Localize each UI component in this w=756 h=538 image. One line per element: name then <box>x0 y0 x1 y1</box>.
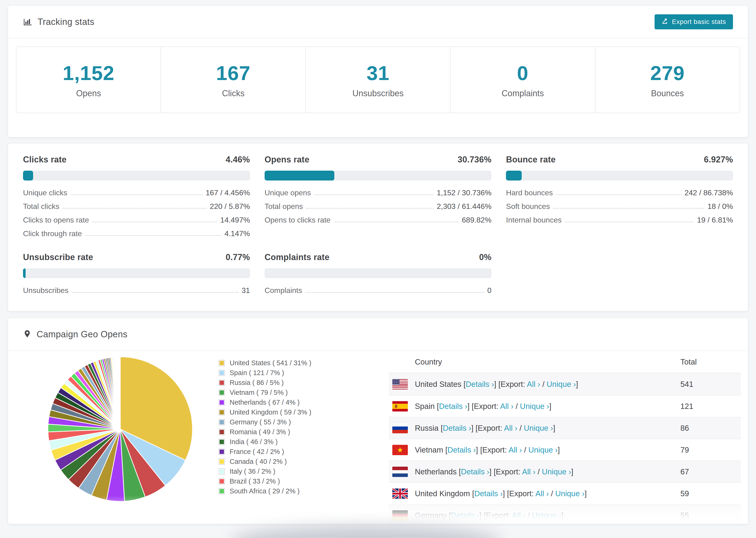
rate-row-total-opens: Total opens2,303 / 61.446% <box>265 202 492 211</box>
country-total: 86 <box>680 424 741 433</box>
export-unique-link[interactable]: Unique › <box>520 402 549 410</box>
legend-swatch <box>219 360 225 366</box>
tracking-stats-card: Tracking stats Export basic stats 1,152O… <box>8 5 748 137</box>
country-name: United Kingdom <box>415 489 470 498</box>
legend-label: India ( 46 / 3% ) <box>230 438 278 446</box>
details-link[interactable]: Details › <box>451 511 479 520</box>
table-body: United States [Details ›] [Export: All ›… <box>389 373 741 524</box>
progress-bar-clicks-rate <box>23 171 250 181</box>
geo-opens-pie-chart <box>47 356 193 502</box>
rate-row-opens-to-clicks-rate: Opens to clicks rate689.82% <box>265 216 492 224</box>
legend-item-spain[interactable]: Spain ( 121 / 7% ) <box>219 368 311 378</box>
country-total: 55 <box>680 511 741 520</box>
export-all-link[interactable]: All › <box>512 511 526 520</box>
legend-item-india[interactable]: India ( 46 / 3% ) <box>219 437 311 447</box>
rate-row-internal-bounces: Internal bounces19 / 6.81% <box>506 216 733 224</box>
stat-label: Unsubscribes <box>352 88 404 98</box>
details-link[interactable]: Details › <box>465 380 494 389</box>
legend-label: Canada ( 40 / 2% ) <box>230 458 287 465</box>
dotted-leader <box>565 222 694 222</box>
legend-item-united-states[interactable]: United States ( 541 / 31% ) <box>219 358 311 368</box>
legend-item-romania[interactable]: Romania ( 49 / 3% ) <box>219 427 311 437</box>
dotted-leader <box>92 222 217 222</box>
export-unique-link[interactable]: Unique › <box>532 511 561 520</box>
rate-row-soft-bounces: Soft bounces18 / 0% <box>506 202 733 211</box>
stat-box-complaints: 0Complaints <box>451 47 595 113</box>
dotted-leader <box>314 194 433 195</box>
legend-item-netherlands[interactable]: Netherlands ( 67 / 4% ) <box>219 398 311 407</box>
page-title: Tracking stats <box>37 17 94 27</box>
flag-es <box>392 401 408 411</box>
dotted-leader <box>72 292 238 293</box>
stat-value: 279 <box>650 62 685 85</box>
stat-box-opens: 1,152Opens <box>17 47 161 113</box>
export-unique-link[interactable]: Unique › <box>547 380 576 389</box>
details-link[interactable]: Details › <box>474 489 503 498</box>
flag-ru <box>392 423 408 433</box>
legend-label: Brazil ( 33 / 2% ) <box>230 477 280 485</box>
export-all-link[interactable]: All › <box>527 380 540 389</box>
details-link[interactable]: Details › <box>461 467 489 476</box>
rate-row-hard-bounces: Hard bounces242 / 86.738% <box>506 188 733 197</box>
legend-item-vietnam[interactable]: Vietnam ( 79 / 5% ) <box>219 388 311 398</box>
country-name: Spain <box>415 402 435 410</box>
rate-row-total-clicks: Total clicks220 / 5.87% <box>23 202 250 211</box>
summary-stats: 1,152Opens167Clicks31Unsubscribes0Compla… <box>16 46 740 113</box>
dotted-leader <box>85 235 221 236</box>
dotted-leader <box>305 292 484 293</box>
legend-item-canada[interactable]: Canada ( 40 / 2% ) <box>219 457 311 466</box>
export-all-link[interactable]: All › <box>504 424 517 432</box>
legend-label: Russia ( 86 / 5% ) <box>230 379 284 387</box>
legend-label: Italy ( 36 / 2% ) <box>230 467 275 475</box>
country-name: Vietnam <box>415 446 443 454</box>
geo-row-vietnam: Vietnam [Details ›] [Export: All › / Uni… <box>389 439 741 460</box>
legend-swatch <box>219 380 225 386</box>
export-all-link[interactable]: All › <box>509 446 522 454</box>
legend-label: France ( 42 / 2% ) <box>230 448 284 456</box>
export-all-link[interactable]: All › <box>522 467 536 476</box>
rate-title: Unsubscribe rate <box>23 252 93 262</box>
country-name: United States <box>415 380 461 389</box>
export-all-link[interactable]: All › <box>536 489 549 498</box>
legend-swatch <box>219 399 225 405</box>
progress-bar-fill <box>23 171 33 181</box>
legend-item-south-africa[interactable]: South Africa ( 29 / 2% ) <box>219 486 311 496</box>
legend-swatch <box>219 419 225 425</box>
flag-gb <box>392 488 408 499</box>
details-link[interactable]: Details › <box>439 402 467 410</box>
rate-value: 6.927% <box>704 155 733 165</box>
export-all-link[interactable]: All › <box>500 402 513 410</box>
pie-slice-other-48[interactable] <box>120 357 120 429</box>
export-unique-link[interactable]: Unique › <box>555 489 585 498</box>
geo-row-germany: Germany [Details ›] [Export: All › / Uni… <box>389 504 741 524</box>
legend-swatch <box>219 409 225 415</box>
export-icon <box>662 18 669 26</box>
legend-item-italy[interactable]: Italy ( 36 / 2% ) <box>219 466 311 476</box>
dotted-leader <box>63 208 207 209</box>
legend-label: Romania ( 49 / 3% ) <box>230 428 290 436</box>
dotted-leader <box>556 194 681 195</box>
legend-swatch <box>219 389 225 396</box>
country-total: 541 <box>680 380 741 389</box>
legend-item-united-kingdom[interactable]: United Kingdom ( 59 / 3% ) <box>219 407 311 417</box>
export-unique-link[interactable]: Unique › <box>528 446 558 454</box>
country-total: 67 <box>680 467 741 476</box>
export-unique-link[interactable]: Unique › <box>542 467 571 476</box>
stat-value: 31 <box>366 62 390 85</box>
legend-swatch <box>219 439 225 445</box>
legend-item-germany[interactable]: Germany ( 55 / 3% ) <box>219 417 311 427</box>
progress-bar-fill <box>23 268 26 278</box>
details-link[interactable]: Details › <box>443 424 471 432</box>
details-link[interactable]: Details › <box>448 446 476 454</box>
progress-bar-opens-rate <box>265 171 492 181</box>
rate-title: Opens rate <box>265 155 309 165</box>
stat-box-bounces: 279Bounces <box>595 47 739 113</box>
legend-item-brazil[interactable]: Brazil ( 33 / 2% ) <box>219 476 311 486</box>
export-basic-stats-button[interactable]: Export basic stats <box>655 14 733 29</box>
legend-swatch <box>219 468 225 475</box>
stat-box-clicks: 167Clicks <box>161 47 306 113</box>
legend-item-russia[interactable]: Russia ( 86 / 5% ) <box>219 378 311 388</box>
legend-item-france[interactable]: France ( 42 / 2% ) <box>219 447 311 457</box>
export-unique-link[interactable]: Unique › <box>524 424 553 432</box>
geo-row-russia: Russia [Details ›] [Export: All › / Uniq… <box>389 417 741 439</box>
